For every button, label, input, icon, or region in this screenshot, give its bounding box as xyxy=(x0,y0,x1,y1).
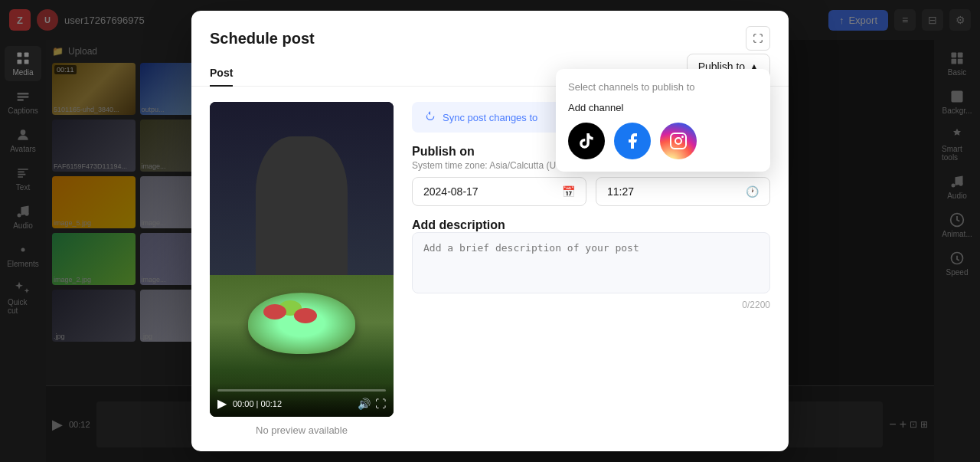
modal-title: Schedule post xyxy=(210,30,315,48)
sync-text: Sync post changes to xyxy=(443,112,537,123)
description-textarea[interactable] xyxy=(412,232,770,293)
dropdown-add-channel-label: Add channel xyxy=(568,102,758,113)
no-preview-label: No preview available xyxy=(210,424,394,436)
channel-tiktok-icon[interactable] xyxy=(568,123,605,159)
sync-icon xyxy=(424,111,436,123)
description-label: Add description xyxy=(412,218,770,232)
date-time-row: 2024-08-17 📅 11:27 🕐 xyxy=(412,177,770,206)
channel-instagram-icon[interactable] xyxy=(660,123,697,159)
channel-icons-row xyxy=(568,123,758,159)
fullscreen-icon[interactable]: ⛶ xyxy=(375,398,386,410)
svg-point-20 xyxy=(675,138,681,144)
video-ctrl-right: 🔊 ⛶ xyxy=(358,398,386,410)
svg-point-21 xyxy=(681,136,684,138)
modal-header: Schedule post xyxy=(191,11,789,51)
channel-facebook-icon[interactable] xyxy=(614,123,651,159)
schedule-post-modal: Schedule post Post Publish to ▲ Select c… xyxy=(191,11,789,451)
video-time-display: 00:00 | 00:12 xyxy=(233,399,282,408)
description-section: Add description 0/2200 xyxy=(412,218,770,310)
publish-to-dropdown: Select channels to publish to Add channe… xyxy=(556,69,770,172)
video-ctrl-row: ▶ 00:00 | 00:12 🔊 ⛶ xyxy=(217,396,386,411)
date-input[interactable]: 2024-08-17 📅 xyxy=(412,177,586,206)
tab-post[interactable]: Post xyxy=(210,61,233,87)
video-container: ▶ 00:00 | 00:12 🔊 ⛶ xyxy=(210,102,394,417)
volume-icon[interactable]: 🔊 xyxy=(358,398,371,410)
video-thumbnail xyxy=(210,102,394,417)
clock-icon: 🕐 xyxy=(746,185,759,198)
svg-rect-19 xyxy=(671,133,686,149)
food-visual xyxy=(248,293,355,354)
modal-expand-button[interactable] xyxy=(746,26,770,51)
video-play-button[interactable]: ▶ xyxy=(217,396,227,411)
tab-post-label: Post xyxy=(210,67,233,79)
time-input[interactable]: 11:27 🕐 xyxy=(596,177,770,206)
date-value: 2024-08-17 xyxy=(423,185,479,198)
person-visual xyxy=(210,102,394,275)
dropdown-select-label: Select channels to publish to xyxy=(568,81,758,93)
time-value: 11:27 xyxy=(607,185,634,198)
video-controls: ▶ 00:00 | 00:12 🔊 ⛶ xyxy=(210,383,394,417)
video-progress-bar[interactable] xyxy=(217,389,386,392)
video-preview-panel: ▶ 00:00 | 00:12 🔊 ⛶ xyxy=(210,102,394,436)
calendar-icon: 📅 xyxy=(562,185,575,198)
char-count: 0/2200 xyxy=(412,300,770,310)
modal-overlay: Schedule post Post Publish to ▲ Select c… xyxy=(0,0,980,462)
